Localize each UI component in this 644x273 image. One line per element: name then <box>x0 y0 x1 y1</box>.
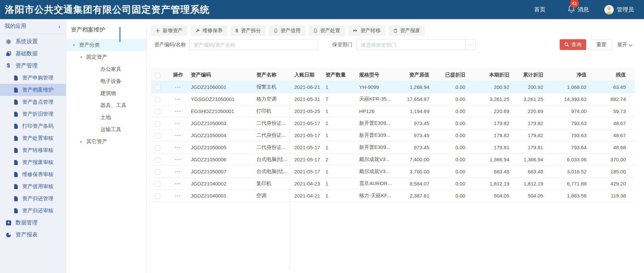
more-actions-icon[interactable]: ··· <box>175 181 181 186</box>
nav-home-link[interactable]: 首页 <box>534 6 546 13</box>
tree-scrollbar-thumb[interactable] <box>119 27 121 42</box>
tree-caret-icon[interactable]: ▾ <box>73 43 79 47</box>
row-checkbox[interactable] <box>155 157 160 163</box>
more-actions-icon[interactable]: ··· <box>175 108 181 114</box>
tree-node-label: 其它资产 <box>86 138 107 145</box>
row-actions-button[interactable]: ··· <box>168 154 188 166</box>
file-icon <box>13 148 19 153</box>
sidebar-item[interactable]: 资产申购管理 <box>0 72 66 84</box>
row-actions-button[interactable]: ··· <box>168 93 188 105</box>
user-menu[interactable]: 管理员 <box>604 5 634 14</box>
file-icon <box>13 184 19 189</box>
sidebar-item[interactable]: 资产报表 <box>0 229 66 241</box>
device-toolbar-button[interactable]: 资产处置 <box>309 25 345 36</box>
sidebar-item[interactable]: 资产归还审核 <box>0 205 66 217</box>
row-actions-button[interactable]: ··· <box>168 129 188 142</box>
cell-resid: 119.38 <box>589 190 629 202</box>
dept-picker-button[interactable]: ··· <box>466 39 476 50</box>
tree-node[interactable]: ▸其它资产 <box>66 135 146 148</box>
more-actions-icon[interactable]: ··· <box>175 169 181 174</box>
row-actions-button[interactable]: ··· <box>168 142 188 154</box>
tree-node[interactable]: 器具、工具 <box>66 99 146 111</box>
dept-select-input[interactable] <box>356 39 466 50</box>
sidebar-item[interactable]: 资产报废审核 <box>0 156 66 168</box>
tree-node[interactable]: 建筑物 <box>66 87 146 99</box>
tree-node[interactable]: ▾资产分类 <box>66 39 146 51</box>
row-actions-button[interactable]: ··· <box>168 190 188 202</box>
more-actions-icon[interactable]: ··· <box>175 193 181 199</box>
row-actions-button[interactable]: ··· <box>168 178 188 190</box>
tree-node[interactable]: 办公家具 <box>66 63 146 75</box>
row-actions-button[interactable]: ··· <box>168 117 188 129</box>
messages-link[interactable]: 41 消息 <box>568 5 589 14</box>
table-row[interactable]: ···JGDZ21040002复印机2021-04-231震旦AUROR...8… <box>151 178 635 190</box>
select-all-checkbox[interactable] <box>155 73 160 78</box>
sidebar-item[interactable]: 资产档案维护 <box>0 84 66 96</box>
cell-acc: 179.81 <box>512 142 546 154</box>
table-row[interactable]: ···JGDZ21050006台式电脑(结...2021-05-172戴尔成就V… <box>151 154 635 166</box>
code-search-input[interactable] <box>189 39 318 50</box>
sidebar-item[interactable]: 资产处置审核 <box>0 132 66 144</box>
sidebar-item[interactable]: 资产归还管理 <box>0 193 66 205</box>
cell-qty: 7 <box>323 93 356 105</box>
sidebar-item[interactable]: 资产转移审核 <box>0 144 66 156</box>
more-actions-icon[interactable]: ··· <box>175 120 181 126</box>
table-row[interactable]: ···JGDZ21050007台式电脑(结...2021-05-171戴尔成就V… <box>151 166 635 178</box>
sidebar-item[interactable]: 资产盘点管理 <box>0 96 66 108</box>
table-row[interactable]: ···JGDZ21050005二代身份证...2021-05-171新开普E30… <box>151 142 635 154</box>
cell-code: JGDZ21050003 <box>188 117 254 129</box>
table-row[interactable]: ···JGDZ21060001报警主机2021-06-211YH-90991,2… <box>151 81 635 93</box>
row-actions-button[interactable]: ··· <box>168 81 188 93</box>
row-checkbox[interactable] <box>155 97 160 102</box>
row-actions-button[interactable]: ··· <box>168 166 188 178</box>
more-actions-icon[interactable]: ··· <box>175 84 181 90</box>
sidebar-item[interactable]: $资产管理 <box>0 60 66 72</box>
table-row[interactable]: ···YGSGDZ21050001格力空调2021-05-317天丽KFR-35… <box>151 93 635 105</box>
device-toolbar-button[interactable]: 资产借用 <box>269 25 305 36</box>
sidebar-item[interactable]: 资产折旧管理 <box>0 108 66 120</box>
row-actions-button[interactable]: ··· <box>168 105 188 117</box>
sidebar-item[interactable]: 数据管理 <box>0 217 66 229</box>
plus-icon <box>156 29 160 33</box>
row-checkbox[interactable] <box>155 121 160 126</box>
tree-node[interactable]: 电子设备 <box>66 75 146 87</box>
row-checkbox[interactable] <box>155 194 160 199</box>
sidebar-item[interactable]: 打印资产条码 <box>0 120 66 132</box>
sidebar-item[interactable]: 基础数据 <box>0 48 66 60</box>
row-checkbox[interactable] <box>155 169 160 175</box>
forward-toolbar-button[interactable]: 资产转移 <box>348 25 385 36</box>
reset-button[interactable]: 重置 <box>591 39 612 50</box>
row-checkbox[interactable] <box>155 109 160 114</box>
tree-caret-icon[interactable]: ▸ <box>80 140 86 144</box>
table-row[interactable]: ···JGDZ21050003二代身份证...2021-05-171新开普E30… <box>151 117 635 129</box>
tree-caret-icon[interactable]: ▾ <box>80 55 86 59</box>
more-actions-icon[interactable]: ··· <box>175 145 181 150</box>
column-header-resid: 残值 <box>589 69 629 81</box>
trash-toolbar-button[interactable]: 资产报废 <box>389 25 425 36</box>
plus-toolbar-button[interactable]: 新增资产 <box>151 25 187 36</box>
table-row[interactable]: ···EGSHDZ21050001打印机2021-05-251HP1261,19… <box>151 105 635 117</box>
wrench-toolbar-button[interactable]: 维修保养 <box>191 25 227 36</box>
cell-qty: 1 <box>323 117 356 129</box>
sidebar-item[interactable]: 系统设置 <box>0 36 66 48</box>
tree-node[interactable]: ▾固定资产 <box>66 51 146 63</box>
row-checkbox[interactable] <box>155 133 160 139</box>
row-checkbox[interactable] <box>155 145 160 151</box>
row-checkbox[interactable] <box>155 181 160 187</box>
tree-node[interactable]: 土地 <box>66 111 146 123</box>
sidebar-collapse-icon[interactable]: ‹ <box>58 23 60 30</box>
cell-resid: 429.20 <box>589 178 629 190</box>
tree-node[interactable]: 运输工具 <box>66 123 146 135</box>
row-checkbox[interactable] <box>155 85 160 90</box>
expand-toggle[interactable]: 展开 <box>617 42 633 48</box>
table-row[interactable]: ···JGDZ21050004二代身份证...2021-05-171新开普E30… <box>151 129 635 142</box>
more-actions-icon[interactable]: ··· <box>175 132 181 138</box>
table-row[interactable]: ···JGDZ21040001空调2021-04-211格力-天丽KF...2,… <box>151 190 635 202</box>
sidebar-item[interactable]: 资产借用审核 <box>0 180 66 193</box>
sidebar-item[interactable]: 维修保养审核 <box>0 168 66 180</box>
search-button[interactable]: 查询 <box>560 39 586 50</box>
split-toolbar-button[interactable]: $资产拆分 <box>231 25 266 36</box>
more-actions-icon[interactable]: ··· <box>175 96 181 102</box>
more-actions-icon[interactable]: ··· <box>175 157 181 162</box>
toolbar-button-label: 资产转移 <box>360 28 381 34</box>
